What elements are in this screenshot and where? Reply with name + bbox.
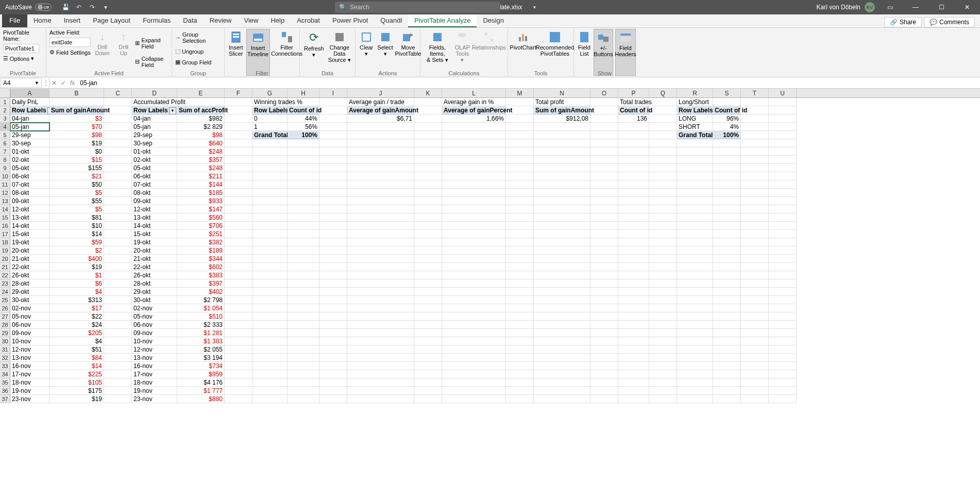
redo-icon[interactable]: ↷ — [88, 3, 97, 12]
undo-icon[interactable]: ↶ — [74, 3, 83, 12]
row-header-26[interactable]: 26 — [0, 304, 10, 312]
row-header-16[interactable]: 16 — [0, 222, 10, 230]
row-header-7[interactable]: 7 — [0, 147, 10, 156]
tab-review[interactable]: Review — [204, 14, 238, 27]
plusminus-buttons-button[interactable]: +/-Buttons — [594, 29, 613, 76]
row-header-4[interactable]: 4 — [0, 123, 10, 131]
row-header-20[interactable]: 20 — [0, 255, 10, 263]
change-data-source-button[interactable]: Change DataSource ▾ — [327, 29, 352, 76]
col-header-N[interactable]: N — [534, 89, 590, 97]
tab-formulas[interactable]: Formulas — [137, 14, 177, 27]
row-header-21[interactable]: 21 — [0, 263, 10, 271]
row-header-8[interactable]: 8 — [0, 156, 10, 164]
row-header-34[interactable]: 34 — [0, 370, 10, 378]
row-header-29[interactable]: 29 — [0, 329, 10, 337]
spreadsheet-grid[interactable]: ABCDEFGHIJKLMNOPQRSTU 123456789101112131… — [0, 89, 980, 498]
fields-items-sets-button[interactable]: Fields, Items,& Sets ▾ — [424, 29, 451, 76]
row-header-9[interactable]: 9 — [0, 164, 10, 172]
col-header-M[interactable]: M — [506, 89, 534, 97]
search-box[interactable]: 🔍 Search — [335, 2, 500, 13]
row-header-11[interactable]: 11 — [0, 180, 10, 189]
save-icon[interactable]: 💾 — [61, 3, 70, 12]
options-button[interactable]: ☰ Options ▾ — [3, 55, 43, 62]
expand-field-button[interactable]: ⊞ Expand Field — [135, 37, 168, 50]
row-header-24[interactable]: 24 — [0, 288, 10, 296]
col-header-K[interactable]: K — [414, 89, 442, 97]
formula-input[interactable]: 05-jan — [77, 77, 980, 88]
row-header-19[interactable]: 19 — [0, 246, 10, 255]
field-list-button[interactable]: FieldList — [577, 29, 592, 76]
row-header-25[interactable]: 25 — [0, 296, 10, 304]
tab-quandl[interactable]: Quandl — [374, 14, 408, 27]
col-header-D[interactable]: D — [132, 89, 177, 97]
filter-connections-button[interactable]: FilterConnections — [272, 29, 302, 76]
col-header-S[interactable]: S — [713, 89, 741, 97]
col-header-O[interactable]: O — [590, 89, 618, 97]
comments-button[interactable]: 💬 Comments — [924, 17, 975, 27]
row-header-28[interactable]: 28 — [0, 321, 10, 329]
pivotchart-button[interactable]: PivotChart — [511, 29, 535, 76]
tab-power-pivot[interactable]: Power Pivot — [326, 14, 374, 27]
name-box[interactable]: A4▼ — [1, 78, 42, 88]
row-header-15[interactable]: 15 — [0, 213, 10, 222]
tab-design[interactable]: Design — [477, 14, 510, 27]
row-header-10[interactable]: 10 — [0, 172, 10, 180]
tab-data[interactable]: Data — [177, 14, 203, 27]
filename-dropdown-icon[interactable]: ▼ — [533, 5, 537, 10]
row-header-35[interactable]: 35 — [0, 378, 10, 387]
row-header-13[interactable]: 13 — [0, 197, 10, 205]
refresh-button[interactable]: ⟳Refresh▾ — [303, 29, 325, 76]
cells-area[interactable]: Daily PnLAccumulated ProfitWinning trade… — [10, 98, 980, 403]
tab-home[interactable]: Home — [27, 14, 58, 27]
row-header-27[interactable]: 27 — [0, 312, 10, 321]
user-avatar[interactable]: KV — [865, 2, 875, 12]
user-name[interactable]: Karl von Döbeln — [817, 4, 860, 11]
clear-button[interactable]: Clear▾ — [359, 29, 374, 76]
tab-file[interactable]: File — [2, 14, 27, 27]
field-headers-button[interactable]: FieldHeaders — [615, 29, 636, 76]
recommended-pivottables-button[interactable]: RecommendedPivotTables — [537, 29, 573, 76]
row-header-31[interactable]: 31 — [0, 345, 10, 354]
col-header-A[interactable]: A — [10, 89, 49, 97]
close-icon[interactable]: ✕ — [956, 0, 978, 14]
pivottable-name-input[interactable] — [3, 44, 39, 53]
col-header-B[interactable]: B — [49, 89, 104, 97]
col-header-H[interactable]: H — [288, 89, 319, 97]
row-header-12[interactable]: 12 — [0, 189, 10, 197]
tab-page-layout[interactable]: Page Layout — [87, 14, 137, 27]
tab-acrobat[interactable]: Acrobat — [291, 14, 326, 27]
col-header-P[interactable]: P — [618, 89, 649, 97]
col-header-F[interactable]: F — [225, 89, 252, 97]
active-field-input[interactable] — [49, 38, 91, 47]
qat-dropdown-icon[interactable]: ▾ — [101, 3, 110, 12]
row-header-2[interactable]: 2 — [0, 106, 10, 114]
col-header-T[interactable]: T — [741, 89, 769, 97]
field-settings-button[interactable]: ⚙ Field Settings — [49, 48, 91, 56]
col-header-U[interactable]: U — [769, 89, 797, 97]
tab-help[interactable]: Help — [264, 14, 291, 27]
select-all-corner[interactable] — [0, 89, 10, 97]
row-header-14[interactable]: 14 — [0, 205, 10, 213]
row-header-36[interactable]: 36 — [0, 387, 10, 395]
ungroup-button[interactable]: ⬚ Ungroup — [175, 47, 221, 55]
ribbon-display-icon[interactable]: ▭ — [879, 0, 901, 14]
col-header-C[interactable]: C — [104, 89, 132, 97]
collapse-field-button[interactable]: ⊟ Collapse Field — [135, 55, 168, 69]
row-header-32[interactable]: 32 — [0, 354, 10, 362]
row-header-22[interactable]: 22 — [0, 271, 10, 279]
row-header-1[interactable]: 1 — [0, 98, 10, 106]
group-field-button[interactable]: ▦ Group Field — [175, 58, 221, 66]
col-header-J[interactable]: J — [347, 89, 414, 97]
autosave-toggle[interactable]: AutoSave Off — [0, 4, 57, 11]
tab-pivottable-analyze[interactable]: PivotTable Analyze — [408, 14, 477, 27]
insert-timeline-button[interactable]: InsertTimeline — [246, 29, 270, 76]
cancel-formula-icon[interactable]: ✕ — [52, 79, 57, 87]
filter-dropdown-icon[interactable]: ▾ — [169, 107, 176, 114]
tab-insert[interactable]: Insert — [58, 14, 87, 27]
enter-formula-icon[interactable]: ✓ — [61, 79, 66, 87]
row-header-17[interactable]: 17 — [0, 230, 10, 238]
row-header-18[interactable]: 18 — [0, 238, 10, 246]
select-button[interactable]: Select▾ — [376, 29, 394, 76]
row-header-3[interactable]: 3 — [0, 114, 10, 123]
row-header-33[interactable]: 33 — [0, 362, 10, 370]
